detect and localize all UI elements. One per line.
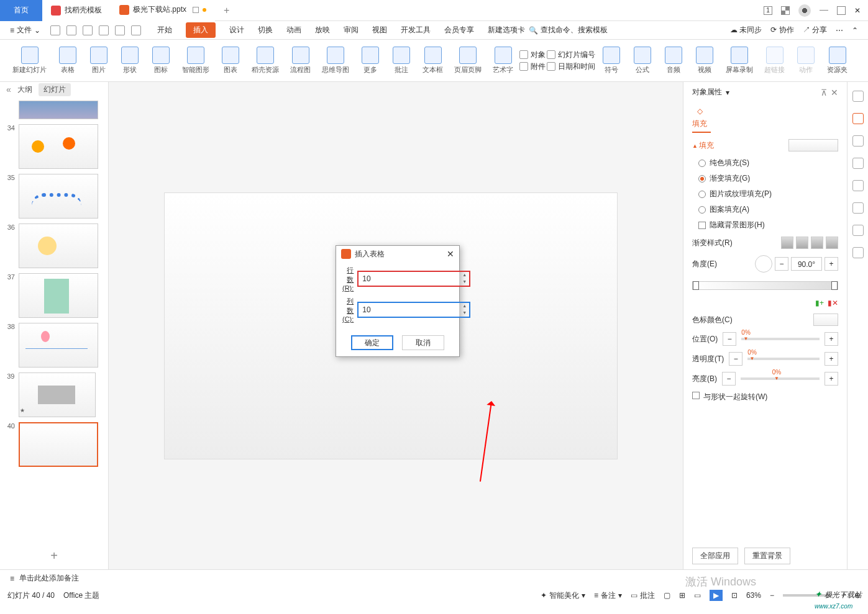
rb-shapes[interactable]: 形状 bbox=[115, 44, 145, 77]
tab-current-file[interactable]: 极光下载站.pptx bbox=[111, 0, 215, 21]
slide-thumb-35[interactable]: 35 bbox=[4, 174, 104, 219]
slide-thumb-39[interactable]: 39★ bbox=[4, 372, 104, 417]
sidetool-7[interactable] bbox=[852, 225, 864, 236]
command-search[interactable]: 🔍 查找命令、搜索模板 bbox=[529, 25, 608, 35]
apply-all-button[interactable]: 全部应用 bbox=[692, 548, 738, 564]
rb-table[interactable]: 表格 bbox=[53, 44, 83, 77]
rb-hyperlink[interactable]: 超链接 bbox=[759, 44, 790, 77]
grad-preset-1[interactable] bbox=[781, 237, 793, 249]
grad-stop-right[interactable] bbox=[831, 281, 838, 290]
print-icon[interactable] bbox=[83, 25, 93, 35]
rb-attachment[interactable]: 附件 bbox=[519, 61, 546, 72]
view-sorter-icon[interactable]: ⊞ bbox=[679, 591, 685, 600]
collapse-outline-icon[interactable]: « bbox=[6, 84, 11, 94]
avatar-icon[interactable] bbox=[798, 4, 811, 17]
rb-more[interactable]: 更多 bbox=[355, 44, 385, 77]
tab-animation[interactable]: 动画 bbox=[286, 22, 301, 38]
slide-thumb-40[interactable]: 40 bbox=[4, 422, 104, 467]
sync-status[interactable]: ☁ 未同步 bbox=[730, 25, 762, 35]
rb-datetime[interactable]: 日期和时间 bbox=[547, 61, 595, 72]
tab-transition[interactable]: 切换 bbox=[258, 22, 273, 38]
fill-solid[interactable]: 纯色填充(S) bbox=[698, 158, 838, 168]
smart-beautify[interactable]: ✦ 智能美化 ▾ bbox=[541, 590, 585, 601]
angle-value[interactable]: 90.0° bbox=[791, 257, 822, 271]
save-icon[interactable] bbox=[50, 25, 60, 35]
position-slider[interactable]: 0% bbox=[741, 338, 820, 340]
tab-start[interactable]: 开始 bbox=[157, 22, 172, 38]
rb-equation[interactable]: 公式 bbox=[628, 44, 657, 77]
sidetool-6[interactable] bbox=[852, 202, 864, 214]
fill-pattern[interactable]: 图案填充(A) bbox=[698, 204, 838, 215]
tab-docer[interactable]: 找稻壳模板 bbox=[42, 0, 111, 21]
rb-slidenumber[interactable]: 幻灯片编号 bbox=[547, 50, 595, 60]
rb-new-slide[interactable]: 新建幻灯片 bbox=[7, 44, 52, 77]
rb-smartart[interactable]: 智能图形 bbox=[177, 44, 214, 77]
tab-slideshow[interactable]: 放映 bbox=[315, 22, 330, 38]
rows-spinner[interactable]: ▲▼ bbox=[357, 271, 470, 287]
close-icon[interactable]: ✕ bbox=[854, 6, 861, 15]
grad-preset-2[interactable] bbox=[796, 237, 808, 249]
cols-up-icon[interactable]: ▲ bbox=[460, 303, 469, 310]
rows-down-icon[interactable]: ▼ bbox=[460, 279, 469, 286]
rb-video[interactable]: 视频 bbox=[690, 44, 720, 77]
rb-icons[interactable]: 图标 bbox=[146, 44, 176, 77]
cols-input[interactable] bbox=[359, 303, 459, 317]
restore-icon[interactable]: 1 bbox=[764, 6, 772, 15]
rb-flowchart[interactable]: 流程图 bbox=[285, 44, 316, 77]
scrollbar-vertical[interactable] bbox=[673, 82, 683, 569]
sidetool-4[interactable] bbox=[852, 158, 864, 169]
add-slide-button[interactable]: + bbox=[0, 543, 108, 569]
rb-screenrec[interactable]: 屏幕录制 bbox=[721, 44, 758, 77]
close-panel-icon[interactable]: ✕ bbox=[831, 88, 838, 97]
file-menu[interactable]: ≡ 文件 ⌄ bbox=[10, 25, 40, 35]
fill-picture[interactable]: 图片或纹理填充(P) bbox=[698, 189, 838, 199]
fill-section-title[interactable]: 填充 bbox=[692, 140, 714, 151]
add-stop-icon[interactable]: ▮+ bbox=[815, 299, 824, 307]
pin-icon[interactable]: ⊼ bbox=[821, 88, 827, 97]
remove-stop-icon[interactable]: ▮✕ bbox=[828, 299, 838, 307]
cols-spinner[interactable]: ▲▼ bbox=[357, 302, 470, 318]
sidetool-5[interactable] bbox=[852, 180, 864, 191]
redo-icon[interactable] bbox=[131, 25, 141, 35]
cols-down-icon[interactable]: ▼ bbox=[460, 310, 469, 317]
slide-thumb-36[interactable]: 36 bbox=[4, 223, 104, 268]
dialog-cancel-button[interactable]: 取消 bbox=[402, 335, 444, 350]
view-slideshow-icon[interactable]: ▶ bbox=[710, 590, 723, 601]
fill-preview-swatch[interactable] bbox=[788, 139, 838, 151]
rb-action[interactable]: 动作 bbox=[791, 44, 821, 77]
slide-thumb-37[interactable]: 37 bbox=[4, 273, 104, 318]
undo-icon[interactable] bbox=[115, 25, 125, 35]
rb-headerfooter[interactable]: 页眉页脚 bbox=[449, 44, 487, 77]
rotate-with-shape[interactable]: 与形状一起旋转(W) bbox=[692, 392, 838, 402]
angle-dial[interactable] bbox=[755, 255, 772, 273]
preview-icon[interactable] bbox=[99, 25, 109, 35]
zoom-out-icon[interactable]: − bbox=[770, 591, 774, 600]
grad-preset-4[interactable] bbox=[826, 237, 838, 249]
view-normal-icon[interactable]: ▢ bbox=[664, 591, 670, 600]
slide-thumb-34[interactable]: 34 bbox=[4, 124, 104, 169]
colorstop-swatch[interactable] bbox=[813, 314, 838, 326]
apps-icon[interactable] bbox=[781, 6, 790, 15]
rb-audio[interactable]: 音频 bbox=[659, 44, 688, 77]
zoom-value[interactable]: 63% bbox=[746, 591, 761, 600]
brightness-plus[interactable]: + bbox=[825, 372, 838, 386]
collab-button[interactable]: ⟳ 协作 bbox=[770, 25, 793, 35]
minimize-icon[interactable] bbox=[820, 10, 828, 11]
angle-plus[interactable]: + bbox=[825, 257, 838, 271]
transparency-plus[interactable]: + bbox=[825, 352, 838, 366]
rb-picture[interactable]: 图片 bbox=[84, 44, 114, 77]
position-minus[interactable]: − bbox=[723, 332, 736, 346]
fill-tab-icon[interactable]: ◇ bbox=[692, 104, 707, 119]
dialog-close-icon[interactable]: ✕ bbox=[447, 249, 454, 259]
transparency-slider[interactable]: 0% bbox=[747, 358, 820, 360]
tab-newtab[interactable]: 新建选项卡 bbox=[488, 22, 525, 38]
rb-textbox[interactable]: 文本框 bbox=[418, 44, 448, 77]
slide-thumb-38[interactable]: 38 bbox=[4, 323, 104, 368]
notes-toggle[interactable]: ≡备注 ▾ bbox=[594, 590, 622, 601]
transparency-minus[interactable]: − bbox=[729, 352, 742, 366]
more-icon[interactable]: ⋯ bbox=[836, 26, 843, 35]
sidetool-properties[interactable] bbox=[852, 113, 864, 124]
tab-design[interactable]: 设计 bbox=[229, 22, 244, 38]
sidetool-1[interactable] bbox=[852, 91, 864, 102]
collapse-ribbon-icon[interactable]: ⌃ bbox=[852, 26, 858, 35]
